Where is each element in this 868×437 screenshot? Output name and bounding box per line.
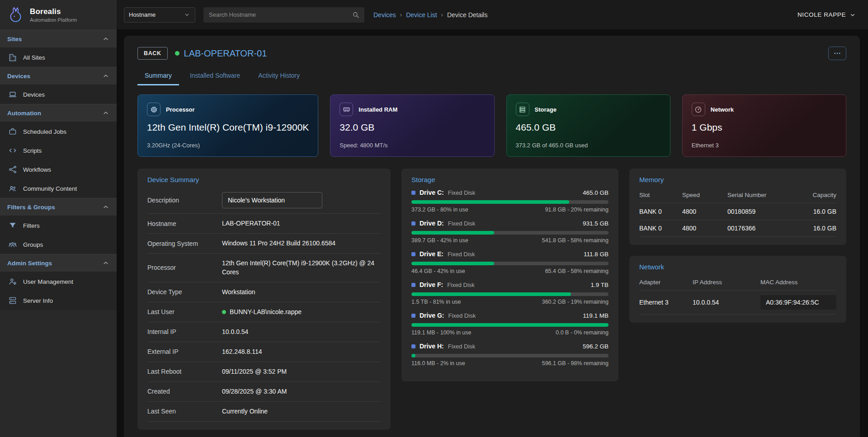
dropdown-selected-value: Hostname [129, 11, 156, 18]
sidebar-item-filters[interactable]: Filters [0, 216, 117, 235]
tab-installed-software[interactable]: Installed Software [183, 67, 247, 85]
chevron-up-icon [102, 35, 109, 42]
section-label: Sites [7, 36, 22, 42]
stat-value: 32.0 GB [340, 122, 485, 133]
drive-usage-bar [411, 200, 609, 204]
drive-usage-bar [411, 231, 609, 235]
stat-value: 1 Gbps [692, 122, 837, 133]
chevron-up-icon [102, 72, 109, 80]
drive-usage-bar [411, 292, 609, 296]
stat-footer: 373.2 GB of 465.0 GB used [516, 142, 661, 149]
stat-footer: Speed: 4800 MT/s [340, 142, 485, 149]
briefcase-icon [8, 127, 17, 136]
drive-icon [411, 252, 415, 256]
network-header-row: Adapter IP Address MAC Address [639, 274, 836, 291]
hostname-filter-dropdown[interactable]: Hostname [124, 7, 195, 23]
drive-h: Drive H: Fixed Disk 596.2 GB 116.0 MB - … [411, 343, 609, 367]
stat-card-ram: Installed RAM 32.0 GB Speed: 4800 MT/s [330, 94, 494, 157]
device-summary-card: Device Summary Description Hostname LAB-… [137, 169, 391, 430]
sidebar-item-scripts[interactable]: Scripts [0, 141, 117, 160]
sidebar-item-devices[interactable]: Devices [0, 85, 117, 104]
drive-used: 46.4 GB - 42% in use [411, 268, 465, 274]
description-input[interactable] [222, 192, 322, 208]
storage-icon [516, 103, 529, 116]
sidebar-item-community-content[interactable]: Community Content [0, 179, 117, 198]
drive-remaining: 0.0 B - 0% remaining [556, 329, 609, 336]
drive-usage-bar [411, 354, 609, 357]
drive-used: 389.7 GB - 42% in use [411, 237, 468, 244]
sidebar-section-sites[interactable]: Sites [0, 30, 117, 48]
sidebar-item-workflows[interactable]: Workflows [0, 160, 117, 179]
memory-row: BANK 0 4800 00176366 16.0 GB [639, 220, 836, 237]
stat-footer: 3.20GHz (24-Cores) [147, 142, 309, 149]
panel-header: BACK LAB-OPERATOR-01 [137, 47, 846, 60]
chevron-up-icon [102, 259, 109, 267]
sidebar-section-filters-groups[interactable]: Filters & Groups [0, 198, 117, 216]
sidebar-item-server-info[interactable]: Server Info [0, 291, 117, 310]
summary-row-operating-system: Operating System Windows 11 Pro 24H2 Bui… [147, 234, 381, 254]
code-icon [8, 146, 17, 155]
network-card: Network Adapter IP Address MAC Address E… [629, 256, 846, 323]
topbar: Hostname Devices › Device List › Device … [117, 0, 868, 29]
ram-icon [340, 103, 353, 116]
mac-address-cell: A0:36:9F:94:26:5C [760, 295, 836, 310]
stat-card-storage: Storage 465.0 GB 373.2 GB of 465.0 GB us… [506, 94, 670, 157]
tab-activity-history[interactable]: Activity History [251, 67, 307, 85]
sidebar-item-groups[interactable]: Groups [0, 235, 117, 254]
storage-card: Storage Drive C: Fixed Disk 465.0 GB 373… [401, 169, 618, 381]
breadcrumb-separator: › [400, 11, 402, 18]
sidebar-item-scheduled-jobs[interactable]: Scheduled Jobs [0, 122, 117, 141]
groups-icon [8, 240, 17, 249]
sidebar-section-automation[interactable]: Automation [0, 104, 117, 122]
breadcrumb: Devices › Device List › Device Details [373, 11, 487, 19]
sidebar-item-all-sites[interactable]: All Sites [0, 48, 117, 67]
tab-summary[interactable]: Summary [137, 67, 179, 85]
drive-used: 116.0 MB - 2% in use [411, 360, 465, 367]
stat-value: 465.0 GB [516, 122, 661, 133]
drive-remaining: 596.1 GB - 98% remaining [542, 360, 609, 367]
summary-row-device-type: Device Type Workstation [147, 282, 381, 302]
memory-card: Memory Slot Speed Serial Number Capacity… [629, 169, 846, 245]
stat-card-network: Network 1 Gbps Ethernet 3 [682, 94, 846, 157]
drive-icon [411, 344, 415, 348]
stat-card-processor: Processor 12th Gen Intel(R) Core(TM) i9-… [137, 94, 318, 157]
breadcrumb-devices[interactable]: Devices [373, 11, 396, 19]
summary-row-description: Description [147, 187, 381, 214]
user-menu[interactable]: NICOLE RAPPE [797, 11, 856, 19]
sidebar-section-devices[interactable]: Devices [0, 67, 117, 85]
section-label: Admin Settings [7, 260, 52, 267]
search-input[interactable] [203, 11, 352, 18]
drive-e: Drive E: Fixed Disk 111.8 GB 46.4 GB - 4… [411, 250, 609, 274]
brand-name: Borealis [30, 7, 77, 16]
summary-row-last-user: Last User BUNNY-LAB\nicole.rappe [147, 302, 381, 322]
filter-icon [8, 221, 17, 230]
breadcrumb-device-list[interactable]: Device List [406, 11, 437, 19]
memory-header-row: Slot Speed Serial Number Capacity [639, 187, 836, 203]
sidebar-section-admin-settings[interactable]: Admin Settings [0, 254, 117, 272]
building-icon [8, 53, 17, 62]
stat-value: 12th Gen Intel(R) Core(TM) i9-12900K [147, 122, 309, 133]
stat-card-row: Processor 12th Gen Intel(R) Core(TM) i9-… [137, 94, 846, 157]
chevron-up-icon [102, 109, 109, 117]
network-title: Network [639, 263, 836, 271]
memory-title: Memory [639, 176, 836, 183]
workflow-icon [8, 165, 17, 174]
back-button[interactable]: BACK [137, 47, 168, 60]
content-area: BACK LAB-OPERATOR-01 Summary Installed S… [117, 29, 868, 437]
more-horiz-icon [833, 49, 841, 57]
drive-c: Drive C: Fixed Disk 465.0 GB 373.2 GB - … [411, 189, 609, 213]
sidebar-item-user-management[interactable]: User Management [0, 272, 117, 291]
drive-g: Drive G: Fixed Disk 119.1 MB 119.1 MB - … [411, 312, 609, 336]
breadcrumb-current: Device Details [447, 11, 487, 19]
laptop-icon [8, 90, 17, 99]
drive-remaining: 541.8 GB - 58% remaining [542, 237, 609, 244]
search-box [203, 7, 364, 23]
summary-row-last-seen: Last Seen Currently Online [147, 402, 381, 422]
drive-used: 1.5 TB - 81% in use [411, 299, 461, 305]
more-options-button[interactable] [828, 47, 846, 60]
drive-usage-bar [411, 262, 609, 265]
device-summary-title: Device Summary [147, 176, 381, 183]
device-details-panel: BACK LAB-OPERATOR-01 Summary Installed S… [124, 36, 860, 437]
drive-remaining: 91.8 GB - 20% remaining [545, 207, 609, 213]
drive-remaining: 360.2 GB - 19% remaining [542, 299, 609, 305]
